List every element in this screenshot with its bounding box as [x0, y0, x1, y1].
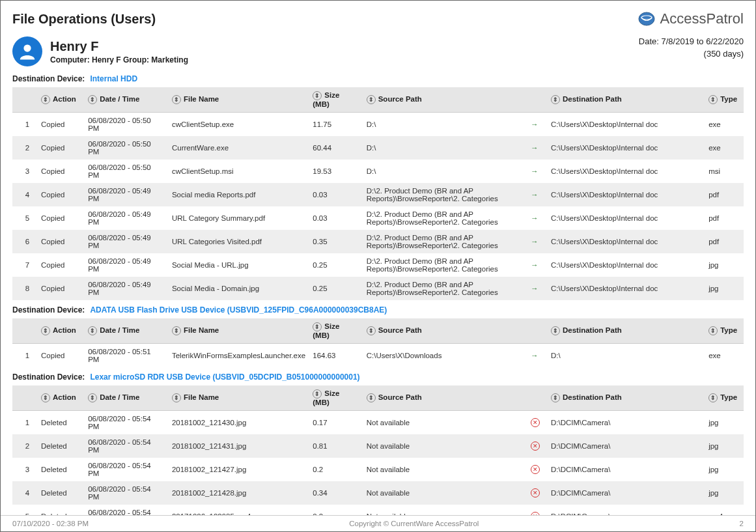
cell-action: Deleted — [36, 458, 83, 481]
col-action[interactable]: ⇕Action — [36, 385, 83, 411]
cell-datetime: 06/08/2020 - 05:49 PM — [83, 206, 167, 230]
sort-icon[interactable]: ⇕ — [708, 393, 718, 402]
table-row: 2Deleted06/08/2020 - 05:54 PM20181002_12… — [12, 434, 744, 458]
footer-copyright: Copyright © CurrentWare AccessPatrol — [349, 520, 479, 527]
col-dest[interactable]: ⇕Destination Path — [546, 318, 703, 344]
sort-icon[interactable]: ⇕ — [367, 393, 376, 402]
cell-dest: C:\Users\X\Desktop\Internal doc — [546, 277, 703, 300]
table-row: 1Copied06/08/2020 - 05:50 PMcwClientSetu… — [12, 113, 744, 137]
table-row: 4Copied06/08/2020 - 05:49 PMSocial media… — [12, 183, 744, 206]
table-row: 3Copied06/08/2020 - 05:50 PMcwClientSetu… — [12, 160, 744, 183]
dest-device-name: ADATA USB Flash Drive USB Device (USBVID… — [90, 305, 387, 315]
col-source[interactable]: ⇕Source Path — [361, 87, 525, 113]
cell-filename: CurrentWare.exe — [167, 136, 307, 160]
user-left: Henry F Computer: Henry F Group: Marketi… — [12, 36, 188, 66]
col-size[interactable]: ⇕Size (MB) — [307, 385, 361, 411]
col-size[interactable]: ⇕Size (MB) — [307, 87, 361, 113]
sort-icon[interactable]: ⇕ — [708, 326, 718, 335]
col-type[interactable]: ⇕Type — [703, 385, 744, 411]
cell-source: Not available — [361, 481, 525, 505]
cell-source: D:\2. Product Demo (BR and AP Reports)\B… — [361, 206, 525, 230]
cell-source: Not available — [361, 458, 525, 481]
cell-size: 0.25 — [307, 277, 361, 300]
cell-size: 0.35 — [307, 230, 361, 253]
cell-rownum: 8 — [12, 277, 36, 300]
cell-dest: D:\DCIM\Camera\ — [546, 458, 703, 481]
sort-icon[interactable]: ⇕ — [172, 326, 181, 335]
cell-filename: 20181002_121431.jpg — [167, 434, 307, 458]
cell-source: D:\ — [361, 136, 525, 160]
user-sub: Computer: Henry F Group: Marketing — [50, 55, 188, 64]
dest-label-text: Destination Device: — [12, 372, 85, 382]
sort-icon[interactable]: ⇕ — [41, 393, 50, 402]
col-filename[interactable]: ⇕File Name — [167, 318, 307, 344]
sort-icon[interactable]: ⇕ — [313, 91, 322, 100]
col-action[interactable]: ⇕Action — [36, 87, 83, 113]
cell-type: jpg — [703, 481, 744, 505]
sort-icon[interactable]: ⇕ — [172, 393, 181, 402]
cell-action: Deleted — [36, 411, 83, 435]
cell-filename: Social media Reports.pdf — [167, 183, 307, 206]
sort-icon[interactable]: ⇕ — [313, 322, 322, 331]
sort-icon[interactable]: ⇕ — [367, 326, 376, 335]
col-filename[interactable]: ⇕File Name — [167, 87, 307, 113]
cell-arrow: → — [525, 206, 546, 230]
cell-dest: D:\DCIM\Camera\ — [546, 481, 703, 505]
cell-type: exe — [703, 344, 744, 368]
cell-type: pdf — [703, 206, 744, 230]
cell-dest: C:\Users\X\Desktop\Internal doc — [546, 183, 703, 206]
sort-icon[interactable]: ⇕ — [551, 326, 560, 335]
col-dest[interactable]: ⇕Destination Path — [546, 385, 703, 411]
col-action[interactable]: ⇕Action — [36, 318, 83, 344]
cell-size: 60.44 — [307, 136, 361, 160]
cell-action: Deleted — [36, 481, 83, 505]
col-source[interactable]: ⇕Source Path — [361, 318, 525, 344]
cell-datetime: 06/08/2020 - 05:49 PM — [83, 183, 167, 206]
cell-action: Copied — [36, 344, 83, 368]
accesspatrol-logo-icon — [638, 10, 655, 27]
arrow-right-icon: → — [531, 261, 539, 269]
sort-icon[interactable]: ⇕ — [88, 326, 97, 335]
sort-icon[interactable]: ⇕ — [41, 95, 50, 104]
sort-icon[interactable]: ⇕ — [172, 95, 181, 104]
sort-icon[interactable]: ⇕ — [551, 393, 560, 402]
arrow-right-icon: → — [531, 120, 539, 128]
cell-rownum: 1 — [12, 113, 36, 137]
col-type[interactable]: ⇕Type — [703, 318, 744, 344]
cell-source: D:\ — [361, 160, 525, 183]
cell-arrow: → — [525, 183, 546, 206]
sort-icon[interactable]: ⇕ — [708, 95, 718, 104]
cell-type: jpg — [703, 458, 744, 481]
col-dest[interactable]: ⇕Destination Path — [546, 87, 703, 113]
col-datetime[interactable]: ⇕Date / Time — [83, 87, 167, 113]
cell-datetime: 06/08/2020 - 05:51 PM — [83, 344, 167, 368]
col-size[interactable]: ⇕Size (MB) — [307, 318, 361, 344]
user-name: Henry F — [50, 39, 188, 54]
delete-icon: ✕ — [531, 465, 540, 474]
cell-action: Copied — [36, 113, 83, 137]
cell-type: jpg — [703, 277, 744, 300]
cell-filename: 20181002_121430.jpg — [167, 411, 307, 435]
dest-device-name: Internal HDD — [90, 74, 137, 83]
cell-type: jpg — [703, 253, 744, 277]
col-datetime[interactable]: ⇕Date / Time — [83, 385, 167, 411]
cell-filename: URL Category Summary.pdf — [167, 206, 307, 230]
avatar-icon — [12, 36, 42, 66]
sort-icon[interactable]: ⇕ — [367, 95, 376, 104]
sort-icon[interactable]: ⇕ — [88, 95, 97, 104]
col-rownum — [12, 87, 36, 113]
sort-icon[interactable]: ⇕ — [551, 95, 560, 104]
cell-rownum: 5 — [12, 206, 36, 230]
col-source[interactable]: ⇕Source Path — [361, 385, 525, 411]
cell-filename: 20181002_121427.jpg — [167, 458, 307, 481]
sort-icon[interactable]: ⇕ — [88, 393, 97, 402]
col-type[interactable]: ⇕Type — [703, 87, 744, 113]
col-rownum — [12, 318, 36, 344]
cell-source: D:\2. Product Demo (BR and AP Reports)\B… — [361, 277, 525, 300]
sort-icon[interactable]: ⇕ — [313, 389, 322, 399]
cell-type: msi — [703, 160, 744, 183]
sort-icon[interactable]: ⇕ — [41, 326, 50, 335]
col-datetime[interactable]: ⇕Date / Time — [83, 318, 167, 344]
col-filename[interactable]: ⇕File Name — [167, 385, 307, 411]
table-row: 8Copied06/08/2020 - 05:49 PMSocial Media… — [12, 277, 744, 300]
